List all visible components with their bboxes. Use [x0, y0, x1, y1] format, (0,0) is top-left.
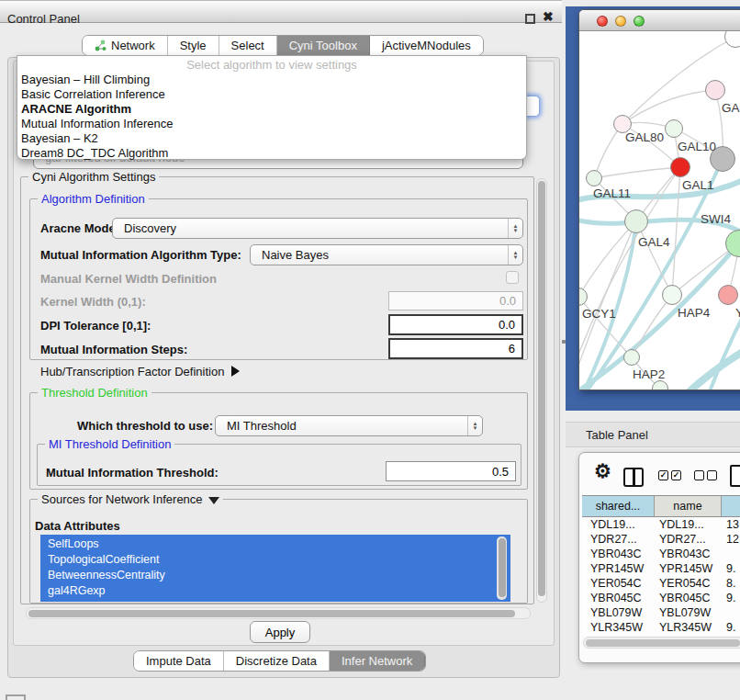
settings-hscroll-thumb[interactable] [28, 610, 515, 617]
dpi-tolerance-input[interactable]: 0.0 [388, 314, 523, 335]
bottom-tabbar: Impute Data Discretize Data Infer Networ… [133, 650, 426, 672]
expand-arrow-icon [231, 366, 240, 377]
close-icon[interactable]: ✖ [543, 9, 554, 24]
table-body[interactable]: YDL19...YDL19...13 YDR27...YDR27...12 YB… [582, 517, 740, 579]
data-attributes-label: Data Attributes [35, 519, 120, 533]
list-item-selected[interactable]: BetweennessCentrality [48, 568, 488, 583]
kernel-width-input[interactable]: 0.0 [388, 291, 523, 310]
table-row[interactable]: YDR27...YDR27...12 [582, 532, 740, 547]
menu-item-aracne[interactable]: ARACNE Algorithm [21, 102, 517, 117]
table-row[interactable]: YER054CYER054C8. [582, 576, 740, 591]
control-panel-title: Control Panel [7, 12, 80, 26]
tab-label: Network [111, 39, 155, 52]
table-row[interactable]: YBL079WYBL079W [582, 605, 740, 620]
tab-infer-network[interactable]: Infer Network [330, 651, 425, 671]
deselect-all-checkboxes-icon[interactable] [694, 470, 718, 481]
node-label: GAL [722, 101, 740, 115]
node-hap4[interactable] [662, 285, 682, 305]
mi-threshold-input[interactable]: 0.5 [386, 461, 516, 481]
node-label: GCY1 [582, 307, 616, 321]
manual-kernel-checkbox[interactable] [506, 271, 519, 284]
algorithm-dropdown-popup: Select algorithm to view settings Bayesi… [17, 55, 527, 160]
minimize-traffic-light-icon[interactable] [615, 16, 626, 27]
node-gal[interactable] [705, 80, 725, 100]
node-label: SWI4 [701, 212, 731, 226]
node-label: GAL10 [678, 140, 716, 153]
column-header-cut[interactable] [722, 496, 740, 516]
new-table-icon[interactable] [730, 465, 740, 487]
dpi-tolerance-label: DPI Tolerance [0,1]: [40, 319, 151, 333]
node-gal1-red[interactable] [670, 157, 690, 177]
table-panel-window[interactable]: ⚙ ✓✓ shared... name YDL19...YDL19...13 Y… [578, 452, 740, 663]
table-row[interactable]: YLR345WYLR345W9. [582, 620, 740, 635]
settings-group-title: Cyni Algorithm Settings [28, 170, 159, 184]
table-row[interactable]: YDL19...YDL19...13 [582, 517, 740, 532]
node-bottom[interactable] [652, 380, 668, 390]
menu-item-basic-correlation[interactable]: Basic Correlation Inference [21, 87, 517, 102]
close-traffic-light-icon[interactable] [597, 16, 608, 27]
columns-icon[interactable] [623, 468, 644, 487]
table-horizontal-scrollbar[interactable] [583, 637, 740, 649]
data-attributes-list[interactable]: SelfLoops TopologicalCoefficient Between… [40, 535, 510, 602]
sources-title[interactable]: Sources for Network Inference [38, 492, 223, 506]
node-gal10[interactable] [665, 119, 683, 138]
tab-impute-data[interactable]: Impute Data [134, 651, 224, 671]
gear-icon[interactable]: ⚙ [594, 460, 611, 482]
zoom-traffic-light-icon[interactable] [633, 16, 645, 27]
settings-horizontal-scrollbar[interactable] [26, 607, 531, 619]
control-panel-tabbar: Network Style Select Cyni Toolbox jActiv… [82, 35, 484, 56]
column-header-shared-name[interactable]: shared... [582, 496, 655, 516]
aracne-mode-label: Aracne Mode: [40, 221, 119, 235]
list-item-selected[interactable]: gal4RGexp [48, 583, 488, 599]
node-label: HAP2 [633, 367, 665, 381]
table-row[interactable]: YPR145WYPR145W9. [582, 561, 740, 576]
table-body-cont[interactable]: YER054CYER054C8. YBR045CYBR045C9. YBL079… [582, 576, 740, 636]
menu-item-dream8[interactable]: Dream8 DC_TDC Algorithm [21, 146, 517, 161]
menu-item-bayesian-hill-climbing[interactable]: Bayesian – Hill Climbing [21, 73, 517, 87]
tab-cyni-toolbox[interactable]: Cyni Toolbox [277, 36, 370, 55]
menu-item-mutual-information[interactable]: Mutual Information Inference [21, 117, 517, 131]
menu-item-bayesian-k2[interactable]: Bayesian – K2 [21, 131, 517, 146]
attributes-scroll-thumb[interactable] [499, 538, 506, 597]
tab-network[interactable]: Network [83, 36, 168, 55]
settings-vertical-scrollbar[interactable] [536, 178, 547, 603]
node-gal11[interactable] [586, 170, 602, 186]
control-panel-titlebar[interactable]: Control Panel ✖ [0, 0, 562, 23]
algorithm-definition-title: Algorithm Definition [38, 192, 149, 206]
splitter-handle[interactable] [562, 340, 566, 344]
table-row[interactable]: YBR043CYBR043C [582, 547, 740, 561]
stepper-arrows-icon: ▲▼ [508, 219, 522, 238]
network-canvas[interactable]: GAL GAL80 GAL10 GAL1 GAL11 SWI4 GAL4 GCY… [579, 31, 740, 390]
popup-placeholder: Select algorithm to view settings [17, 58, 526, 72]
mi-type-select[interactable]: Naive Bayes ▲▼ [250, 244, 523, 265]
apply-button[interactable]: Apply [250, 621, 310, 643]
which-threshold-select[interactable]: MI Threshold ▲▼ [215, 415, 483, 436]
network-window-titlebar[interactable] [579, 10, 740, 31]
table-row[interactable]: YBR045CYBR045C9. [582, 591, 740, 605]
hub-definition-toggle[interactable]: Hub/Transcription Factor Definition [40, 365, 240, 378]
aracne-mode-select[interactable]: Discovery ▲▼ [112, 218, 523, 239]
threshold-definition-title: Threshold Definition [38, 386, 151, 400]
select-all-checkboxes-icon[interactable]: ✓✓ [658, 470, 682, 481]
column-header-name[interactable]: name [655, 496, 722, 516]
node-hap2[interactable] [623, 349, 640, 366]
mi-threshold-definition-title: MI Threshold Definition [45, 437, 174, 451]
table-panel-title: Table Panel [586, 428, 648, 442]
tab-select[interactable]: Select [219, 36, 277, 55]
list-item-selected[interactable]: TopologicalCoefficient [48, 552, 488, 568]
network-view-window[interactable]: GAL GAL80 GAL10 GAL1 GAL11 SWI4 GAL4 GCY… [578, 9, 740, 390]
table-hscroll-thumb[interactable] [586, 639, 740, 647]
tab-discretize-data[interactable]: Discretize Data [224, 651, 330, 671]
tab-style[interactable]: Style [168, 36, 219, 55]
float-window-icon[interactable] [525, 14, 535, 24]
minimized-panel-icon[interactable] [6, 694, 26, 700]
list-item-selected[interactable]: SelfLoops [48, 536, 488, 552]
settings-vscroll-thumb[interactable] [538, 181, 545, 596]
tab-jactivemnodules[interactable]: jActiveMNodules [370, 36, 483, 55]
mi-steps-input[interactable]: 6 [388, 338, 523, 359]
mi-steps-label: Mutual Information Steps: [40, 343, 187, 356]
node-gal4[interactable] [624, 209, 648, 233]
attributes-scrollbar[interactable] [497, 536, 507, 600]
node-pink-right[interactable] [718, 285, 738, 305]
table-row[interactable]: YIL052CYIL052C9 [582, 635, 740, 636]
